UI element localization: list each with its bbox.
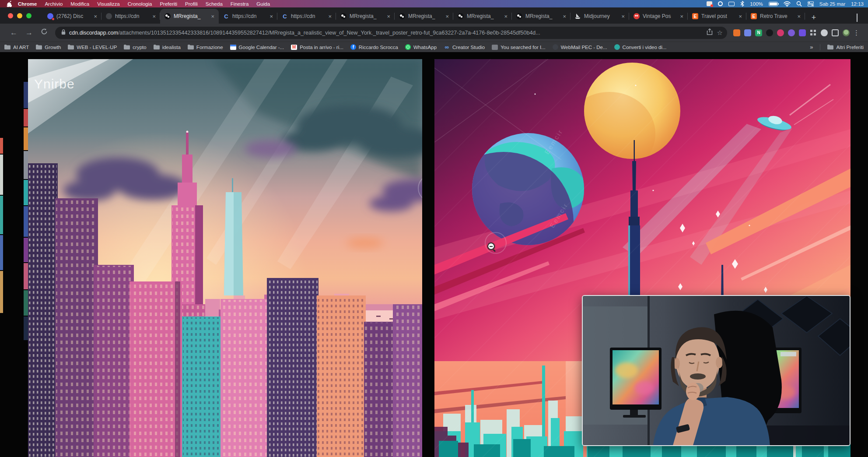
tab-close-button[interactable]: × xyxy=(210,13,215,20)
menu-archivio[interactable]: Archivio xyxy=(41,1,66,7)
bookmark-folder-formazione[interactable]: Formazione xyxy=(188,45,223,50)
bookmark-folder-web-level-up[interactable]: WEB - LEVEL-UP xyxy=(68,45,117,50)
extension-icon-orange[interactable] xyxy=(733,29,740,36)
bookmark-other-favorites[interactable]: Altri Preferiti xyxy=(827,45,864,50)
extension-icon-grid[interactable] xyxy=(810,29,817,36)
bookmarks-overflow-chevron[interactable]: » xyxy=(810,44,813,50)
window-frame-icon[interactable] xyxy=(832,29,839,36)
reload-button[interactable] xyxy=(37,28,52,37)
tab-close-button[interactable]: × xyxy=(562,13,567,20)
menu-bar-date[interactable]: Sab 25 mar xyxy=(819,1,845,7)
menu-app-chrome[interactable]: Chrome xyxy=(14,1,41,7)
tab-close-button[interactable]: × xyxy=(327,13,332,20)
menu-preferiti[interactable]: Preferiti xyxy=(156,1,181,7)
close-window-button[interactable] xyxy=(8,13,13,18)
tab-close-button[interactable]: × xyxy=(796,13,802,20)
tab-vintage-posters[interactable]: Vintage Pos × xyxy=(629,9,688,24)
extension-icon-dark[interactable] xyxy=(766,29,773,36)
edge-block xyxy=(24,238,28,262)
zoom-window-button[interactable] xyxy=(26,13,32,18)
extension-icon-pink[interactable] xyxy=(777,29,784,36)
tab-midjourney[interactable]: Midjourney × xyxy=(570,9,629,24)
menu-modifica[interactable]: Modifica xyxy=(66,1,93,7)
wifi-icon[interactable] xyxy=(784,1,791,7)
bookmark-webmail-pec[interactable]: WebMail PEC - De... xyxy=(553,44,607,50)
tab-cdn-3[interactable]: C https://cdn × xyxy=(277,9,336,24)
tab-close-button[interactable]: × xyxy=(386,13,391,20)
tab-close-button[interactable]: × xyxy=(620,13,626,20)
tab-close-button[interactable]: × xyxy=(738,13,743,20)
bookmark-whatsapp[interactable]: WhatsApp xyxy=(405,44,437,50)
menu-profili[interactable]: Profili xyxy=(181,1,202,7)
extension-icon-purple[interactable] xyxy=(788,29,795,36)
tab-close-button[interactable]: × xyxy=(503,13,508,20)
apple-menu-icon[interactable] xyxy=(4,1,14,7)
edge-strip xyxy=(0,138,3,154)
tab-mrregista-5[interactable]: MRregista_ × xyxy=(512,9,570,24)
generic-site-icon xyxy=(492,45,498,50)
menu-guida[interactable]: Guida xyxy=(252,1,274,7)
forward-button[interactable]: → xyxy=(21,28,37,37)
tab-mrregista-4[interactable]: MRregista_ × xyxy=(453,9,512,24)
profile-avatar[interactable] xyxy=(843,29,850,36)
tab-close-button[interactable]: × xyxy=(151,13,157,20)
meta-infinity-icon: ∞ xyxy=(444,45,450,50)
tab-close-button[interactable]: × xyxy=(93,13,98,20)
display-icon[interactable] xyxy=(728,2,735,6)
left-poster-nyc-skyline[interactable]: Ynirbe xyxy=(28,59,422,457)
tab-search-chevron-icon[interactable] xyxy=(857,14,861,18)
bookmark-folder-growth[interactable]: Growth xyxy=(36,45,61,50)
bookmark-folder-ai-art[interactable]: AI ART xyxy=(4,45,29,50)
menu-scheda[interactable]: Scheda xyxy=(202,1,227,7)
browser-toolbar: ← → cdn.discordapp.com /attachments/1013… xyxy=(0,24,868,42)
bookmark-label: Growth xyxy=(45,45,61,50)
tab-close-button[interactable]: × xyxy=(679,13,684,20)
tab-close-button[interactable]: × xyxy=(269,13,274,20)
spotlight-search-icon[interactable] xyxy=(796,1,802,7)
tab-cdn-2[interactable]: C https://cdn × xyxy=(219,9,277,24)
bookmark-gmail-inbox[interactable]: M Posta in arrivo - ri... xyxy=(291,45,343,50)
extension-icon-notion[interactable]: N xyxy=(755,29,762,36)
extension-icon-blue[interactable] xyxy=(744,29,751,36)
edge-block xyxy=(24,151,28,179)
tab-mrregista-2[interactable]: MRregista_ × xyxy=(336,9,395,24)
tab-mrregista-3[interactable]: MRregista_ × xyxy=(395,9,453,24)
bookmark-facebook-profile[interactable]: f Riccardo Scrocca xyxy=(350,44,398,50)
extensions-puzzle-icon[interactable] xyxy=(821,29,828,36)
address-bar[interactable]: cdn.discordapp.com /attachments/10135123… xyxy=(55,27,727,39)
tab-discord[interactable]: (2762) Disc × xyxy=(43,9,102,24)
tab-cdn-1[interactable]: https://cdn × xyxy=(102,9,160,24)
menu-visualizza[interactable]: Visualizza xyxy=(93,1,124,7)
window-controls xyxy=(8,13,32,18)
tab-close-button[interactable]: × xyxy=(444,13,450,20)
tab-travel-posters[interactable]: E Travel post × xyxy=(688,9,746,24)
back-button[interactable]: ← xyxy=(6,28,21,37)
menu-cronologia[interactable]: Cronologia xyxy=(124,1,156,7)
bookmark-star-icon[interactable]: ☆ xyxy=(717,29,723,37)
bookmark-you-searched[interactable]: You searched for I... xyxy=(492,45,546,50)
tab-label: https://cdn xyxy=(291,13,324,19)
lock-icon[interactable] xyxy=(61,29,66,37)
menu-finestra[interactable]: Finestra xyxy=(227,1,253,7)
bookmark-video-converter[interactable]: Converti i video di... xyxy=(614,44,667,50)
tab-mrregista-active[interactable]: MRregista_ × xyxy=(160,9,219,24)
extension-icon-violet[interactable] xyxy=(799,29,806,36)
bookmark-folder-crypto[interactable]: crypto xyxy=(124,45,146,50)
share-icon[interactable] xyxy=(707,28,713,37)
bluetooth-icon[interactable] xyxy=(740,1,744,7)
bookmark-creator-studio[interactable]: ∞ Creator Studio xyxy=(444,45,485,50)
control-center-icon[interactable] xyxy=(808,1,814,7)
recording-dot xyxy=(710,4,713,7)
bookmark-google-calendar[interactable]: Google Calendar -... xyxy=(230,45,284,50)
menu-bar-time[interactable]: 12:13 xyxy=(851,1,864,7)
bookmark-folder-idealista[interactable]: idealista xyxy=(154,45,181,50)
record-ring-icon[interactable] xyxy=(718,1,723,6)
url-host: cdn.discordapp.com xyxy=(69,30,118,36)
page-content-image-viewer[interactable]: Ynirbe xyxy=(0,52,868,457)
edge-strip xyxy=(0,271,3,313)
new-tab-button[interactable]: + xyxy=(808,11,820,24)
minimize-window-button[interactable] xyxy=(17,13,22,18)
chrome-menu-icon[interactable]: ⋮ xyxy=(850,29,862,37)
tab-retro-travel[interactable]: E Retro Trave × xyxy=(746,9,805,24)
screen-record-app-icon[interactable] xyxy=(707,1,712,6)
